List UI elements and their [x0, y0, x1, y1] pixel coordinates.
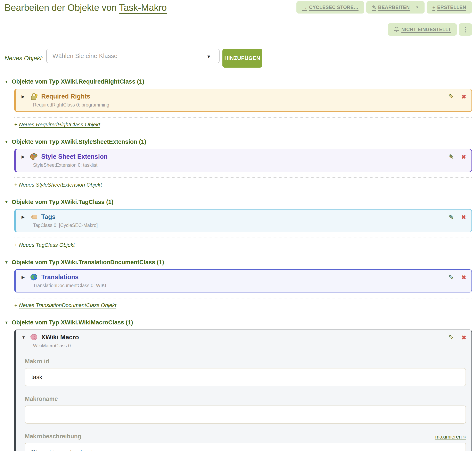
edit-object-icon[interactable]: ✎ — [449, 273, 454, 281]
toolbar: →CYCLESEC STORE… ✎BEARBEITEN ▼ +ERSTELLE… — [296, 1, 472, 36]
object-subtitle: TagClass 0: [CycleSEC-Makro] — [33, 223, 467, 228]
edit-object-icon[interactable]: ✎ — [449, 213, 454, 221]
object-panel-translations: ▶ Translations ✎ ✖ TranslationDocumentCl… — [14, 269, 472, 293]
divider — [14, 117, 472, 118]
plus-icon: + — [14, 242, 17, 248]
object-subtitle: TranslationDocumentClass 0: WIKI — [33, 283, 467, 288]
delete-object-icon[interactable]: ✖ — [462, 93, 466, 100]
add-translationdocumentclass-object-link[interactable]: + Neues TranslationDocumentClass Objekt — [14, 302, 116, 308]
brain-icon — [30, 333, 38, 341]
edit-button-label: BEARBEITEN — [378, 5, 410, 10]
add-requiredrightclass-object-link[interactable]: + Neues RequiredRightClass Objekt — [14, 121, 100, 128]
document-link[interactable]: Task-Makro — [119, 2, 167, 14]
edit-object-icon[interactable]: ✎ — [449, 153, 454, 161]
object-panel-xwiki-macro: ▼ XWiki Macro ✎ ✖ WikiMacroClass 0: Makr… — [14, 330, 472, 451]
hinzufuegen-button[interactable]: HINZUFÜGEN — [222, 49, 262, 68]
section-header-tagclass[interactable]: ▼ Objekte vom Typ XWiki.TagClass (1) — [5, 199, 472, 206]
plus-icon: + — [14, 182, 17, 188]
macro-description-label: Makrobeschreibung — [25, 433, 81, 440]
store-button-label: CYCLESEC STORE… — [309, 5, 359, 10]
more-actions-button[interactable]: ⋮ — [459, 23, 472, 36]
toolbar-row-2: NICHT EINGESTELLT ⋮ — [388, 23, 472, 36]
delete-object-icon[interactable]: ✖ — [462, 154, 466, 160]
plus-icon: + — [432, 5, 435, 10]
arrow-right-icon: → — [302, 5, 307, 10]
triangle-down-icon: ▼ — [5, 140, 8, 144]
object-title: Style Sheet Extension — [41, 153, 108, 160]
lock-icon — [30, 92, 38, 100]
erstellen-button[interactable]: +ERSTELLEN — [427, 1, 472, 13]
add-tagclass-object-link[interactable]: + Neues TagClass Objekt — [14, 242, 75, 248]
select-caret-icon: ▼ — [206, 54, 211, 59]
pencil-icon: ✎ — [372, 5, 376, 10]
delete-object-icon[interactable]: ✖ — [462, 334, 466, 341]
macro-description-field-group: Makrobeschreibung maximieren » Migration… — [25, 433, 467, 451]
object-subtitle: StyleSheetExtension 0: tasklist — [33, 163, 467, 168]
watch-button-label: NICHT EINGESTELLT — [401, 27, 451, 32]
toolbar-row-1: →CYCLESEC STORE… ✎BEARBEITEN ▼ +ERSTELLE… — [296, 1, 472, 13]
create-button-label: ERSTELLEN — [437, 5, 466, 10]
class-select[interactable]: Wählen Sie eine Klasse ▼ — [46, 49, 219, 63]
macro-description-textarea[interactable]: Migrationsstrategie: – Verwendung des Cy… — [25, 443, 466, 451]
divider — [14, 298, 472, 298]
macro-id-input[interactable] — [25, 368, 466, 386]
class-select-placeholder: Wählen Sie eine Klasse — [52, 52, 117, 59]
section-translationdocumentclass: ▼ Objekte vom Typ XWiki.TranslationDocum… — [5, 259, 472, 308]
chevron-down-icon[interactable]: ▼ — [416, 6, 419, 9]
object-title: Tags — [41, 213, 56, 221]
section-tagclass: ▼ Objekte vom Typ XWiki.TagClass (1) ▶ T… — [5, 199, 472, 248]
edit-object-icon[interactable]: ✎ — [449, 93, 454, 100]
page-title: Bearbeiten der Objekte von Task-Makro — [5, 1, 167, 13]
new-object-row: Neues Objekt: Wählen Sie eine Klasse ▼ H… — [5, 49, 472, 68]
macro-name-label: Makroname — [25, 395, 467, 402]
delete-object-icon[interactable]: ✖ — [462, 214, 466, 221]
delete-object-icon[interactable]: ✖ — [462, 274, 466, 281]
section-header-requiredrightclass[interactable]: ▼ Objekte vom Typ XWiki.RequiredRightCla… — [5, 78, 472, 85]
triangle-down-icon: ▼ — [5, 320, 8, 325]
object-title: Translations — [41, 273, 79, 281]
plus-icon: + — [14, 121, 17, 128]
macro-id-field-group: Makro id — [25, 358, 467, 386]
add-stylesheetextension-object-link[interactable]: + Neues StyleSheetExtension Objekt — [14, 182, 102, 188]
object-panel-stylesheet-extension: ▶ Style Sheet Extension ✎ ✖ StyleSheetEx… — [14, 149, 472, 172]
macro-name-input[interactable] — [25, 406, 466, 424]
bearbeiten-button[interactable]: ✎BEARBEITEN ▼ — [366, 1, 425, 13]
maximize-link[interactable]: maximieren » — [435, 434, 466, 440]
plus-icon: + — [14, 302, 17, 308]
triangle-down-icon: ▼ — [5, 200, 8, 204]
triangle-down-icon: ▼ — [5, 260, 8, 265]
object-panel-required-rights: ▶ Required Rights ✎ ✖ RequiredRightClass… — [14, 89, 472, 112]
cyclesec-store-button[interactable]: →CYCLESEC STORE… — [296, 1, 364, 13]
triangle-down-icon[interactable]: ▼ — [21, 335, 26, 340]
divider — [14, 238, 472, 238]
section-header-stylesheetextension[interactable]: ▼ Objekte vom Typ XWiki.StyleSheetExtens… — [5, 138, 472, 145]
edit-object-icon[interactable]: ✎ — [449, 334, 454, 341]
macro-name-field-group: Makroname — [25, 395, 467, 424]
object-title: Required Rights — [41, 93, 90, 100]
triangle-right-icon[interactable]: ▶ — [21, 214, 26, 219]
object-editor-page: Bearbeiten der Objekte von Task-Makro →C… — [0, 0, 476, 451]
object-subtitle: WikiMacroClass 0: — [33, 343, 467, 349]
triangle-right-icon[interactable]: ▶ — [21, 94, 26, 99]
divider — [14, 177, 472, 178]
section-requiredrightclass: ▼ Objekte vom Typ XWiki.RequiredRightCla… — [5, 78, 472, 128]
watch-status-button[interactable]: NICHT EINGESTELLT — [388, 23, 457, 36]
section-header-wikimacroclass[interactable]: ▼ Objekte vom Typ XWiki.WikiMacroClass (… — [5, 319, 472, 326]
new-object-label: Neues Objekt: — [5, 55, 44, 62]
section-wikimacroclass: ▼ Objekte vom Typ XWiki.WikiMacroClass (… — [5, 319, 472, 451]
palette-icon — [30, 153, 38, 161]
object-title: XWiki Macro — [41, 334, 79, 341]
object-panel-tags: ▶ Tags ✎ ✖ TagClass 0: [CycleSEC-Makro] — [14, 209, 472, 232]
triangle-right-icon[interactable]: ▶ — [21, 275, 26, 280]
section-stylesheetextension: ▼ Objekte vom Typ XWiki.StyleSheetExtens… — [5, 138, 472, 188]
triangle-right-icon[interactable]: ▶ — [21, 154, 26, 159]
page-header: Bearbeiten der Objekte von Task-Makro →C… — [5, 1, 472, 36]
macro-id-label: Makro id — [25, 358, 467, 365]
bell-icon — [393, 26, 399, 32]
section-header-translationdocumentclass[interactable]: ▼ Objekte vom Typ XWiki.TranslationDocum… — [5, 259, 472, 266]
triangle-down-icon: ▼ — [5, 80, 8, 84]
tag-icon — [30, 213, 38, 221]
object-subtitle: RequiredRightClass 0: programming — [33, 102, 467, 108]
page-title-text: Bearbeiten der Objekte von — [5, 2, 117, 13]
macro-form: Makro id Makroname Makrobeschreibung max… — [25, 358, 467, 451]
